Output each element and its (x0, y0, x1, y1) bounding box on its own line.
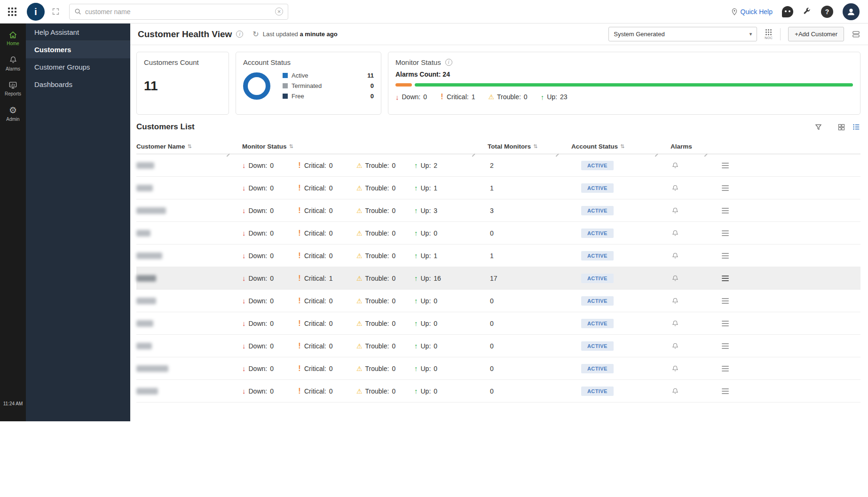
sidebar-item-help-assistant[interactable]: Help Assistant (26, 24, 130, 41)
panel-toggle-icon[interactable] (852, 30, 860, 39)
trouble-warning-icon: ⚠ (356, 387, 363, 395)
list-view-icon[interactable] (852, 123, 860, 131)
alarm-bell-icon[interactable] (671, 342, 679, 350)
trouble-cell: ⚠Trouble:0 (356, 184, 414, 192)
add-customer-button[interactable]: +Add Customer (788, 27, 844, 41)
row-menu-icon[interactable] (722, 388, 729, 394)
sidebar-item-customers[interactable]: Customers (26, 41, 130, 58)
alarm-bell-icon[interactable] (671, 320, 679, 327)
table-row[interactable]: ↓Down:0 !Critical:0 ⚠Trouble:0 ↑Up:0 0 A… (136, 222, 860, 245)
legend-label: Free (292, 93, 367, 100)
view-selector-dropdown[interactable]: System Generated ▾ (608, 27, 757, 41)
info-icon[interactable]: i (236, 31, 243, 38)
column-monitor-status[interactable]: Monitor Status⇅ (242, 139, 488, 154)
rail-item-home[interactable]: Home (0, 31, 26, 46)
account-status-badge: ACTIVE (581, 161, 614, 170)
summary-cards: Customers Count 11 Account Status Active… (130, 45, 868, 115)
alarm-bell-icon[interactable] (671, 184, 679, 192)
down-arrow-icon: ↓ (242, 297, 246, 305)
table-row[interactable]: ↓Down:0 !Critical:0 ⚠Trouble:0 ↑Up:1 1 A… (136, 177, 860, 199)
down-arrow-icon: ↓ (242, 229, 246, 237)
assistant-icon[interactable] (782, 6, 793, 17)
table-row[interactable]: ↓Down:0 !Critical:0 ⚠Trouble:0 ↑Up:3 3 A… (136, 199, 860, 222)
expand-fullscreen-icon[interactable] (52, 8, 60, 16)
total-monitors-value: 17 (488, 275, 571, 282)
rail-item-alarms[interactable]: Alarms (0, 55, 26, 71)
table-row[interactable]: ↓Down:0 !Critical:1 ⚠Trouble:0 ↑Up:16 17… (136, 267, 860, 290)
alarm-bell-icon[interactable] (671, 387, 679, 395)
row-menu-icon[interactable] (722, 276, 729, 281)
refresh-icon[interactable]: ↻ (253, 30, 259, 39)
column-alarms[interactable]: Alarms (671, 139, 720, 154)
alarm-bell-icon[interactable] (671, 252, 679, 260)
row-menu-icon[interactable] (722, 253, 729, 259)
critical-icon: ! (298, 206, 301, 215)
alarm-bell-icon[interactable] (671, 162, 679, 169)
row-menu-icon[interactable] (722, 343, 729, 349)
row-menu-icon[interactable] (722, 185, 729, 191)
noc-view-icon[interactable]: NOC (765, 29, 773, 39)
table-row[interactable]: ↓Down:0 !Critical:0 ⚠Trouble:0 ↑Up:0 0 A… (136, 357, 860, 380)
table-row[interactable]: ↓Down:0 !Critical:0 ⚠Trouble:0 ↑Up:0 0 A… (136, 290, 860, 312)
alarm-bell-icon[interactable] (671, 275, 679, 282)
legend-value: 11 (367, 72, 374, 79)
down-cell: ↓Down:0 (242, 184, 298, 192)
legend-item: Free 0 (283, 93, 374, 100)
account-status-badge: ACTIVE (581, 341, 614, 351)
sidebar-item-customer-groups[interactable]: Customer Groups (26, 58, 130, 76)
sidebar-item-dashboards[interactable]: Dashboards (26, 76, 130, 93)
trouble-warning-icon: ⚠ (356, 275, 363, 282)
left-rail: Home Alarms Reports ⚙ Admin 11:24 AM (0, 24, 26, 421)
rail-item-admin[interactable]: ⚙ Admin (0, 106, 26, 122)
grid-view-icon[interactable] (837, 123, 845, 131)
search-input[interactable] (85, 8, 271, 16)
row-menu-icon[interactable] (722, 321, 729, 326)
trouble-warning-icon: ⚠ (356, 365, 363, 372)
customer-name-blurred (136, 207, 166, 214)
card-title: Account Status (243, 58, 374, 66)
alarm-bell-icon[interactable] (671, 229, 679, 237)
up-cell: ↑Up:1 (414, 252, 488, 260)
user-avatar[interactable] (843, 3, 860, 20)
table-row[interactable]: ↓Down:0 !Critical:0 ⚠Trouble:0 ↑Up:0 0 A… (136, 312, 860, 335)
down-cell: ↓Down:0 (242, 229, 298, 237)
table-row[interactable]: ↓Down:0 !Critical:0 ⚠Trouble:0 ↑Up:2 2 A… (136, 154, 860, 177)
down-arrow-icon: ↓ (242, 252, 246, 260)
up-arrow-icon: ↑ (414, 161, 418, 169)
critical-icon: ! (298, 297, 301, 305)
alarm-bell-icon[interactable] (671, 207, 679, 214)
down-cell: ↓Down:0 (242, 161, 298, 169)
table-row[interactable]: ↓Down:0 !Critical:0 ⚠Trouble:0 ↑Up:0 0 A… (136, 335, 860, 357)
total-monitors-value: 0 (488, 297, 571, 305)
trouble-warning-icon: ⚠ (356, 252, 363, 260)
critical-icon: ! (298, 252, 301, 260)
row-menu-icon[interactable] (722, 208, 729, 213)
wrench-icon[interactable] (803, 7, 812, 16)
app-logo[interactable]: i (27, 3, 45, 21)
rail-item-reports[interactable]: Reports (0, 81, 26, 96)
alarm-bell-icon[interactable] (671, 297, 679, 305)
table-row[interactable]: ↓Down:0 !Critical:0 ⚠Trouble:0 ↑Up:0 0 A… (136, 380, 860, 402)
row-menu-icon[interactable] (722, 163, 729, 168)
column-customer-name[interactable]: Customer Name⇅ (136, 139, 242, 154)
info-icon[interactable]: i (445, 59, 452, 66)
column-total-monitors[interactable]: Total Monitors⇅ (488, 139, 571, 154)
up-cell: ↑Up:0 (414, 297, 488, 305)
reports-icon (8, 81, 17, 89)
row-menu-icon[interactable] (722, 366, 729, 371)
quick-help-link[interactable]: Quick Help (731, 8, 773, 16)
alarms-count: Alarms Count: 24 (395, 71, 853, 78)
quick-help-label: Quick Help (741, 8, 773, 16)
filter-icon[interactable] (814, 123, 822, 131)
column-account-status[interactable]: Account Status⇅ (571, 139, 671, 154)
row-menu-icon[interactable] (722, 298, 729, 304)
legend-color-swatch (283, 83, 288, 88)
trouble-cell: ⚠Trouble:0 (356, 297, 414, 305)
help-icon[interactable]: ? (821, 6, 833, 18)
clear-search-icon[interactable]: × (275, 8, 283, 16)
alarm-bell-icon[interactable] (671, 365, 679, 372)
table-row[interactable]: ↓Down:0 !Critical:0 ⚠Trouble:0 ↑Up:1 1 A… (136, 245, 860, 267)
row-menu-icon[interactable] (722, 230, 729, 236)
customers-count-card: Customers Count 11 (136, 52, 229, 115)
apps-grid-icon[interactable] (8, 8, 16, 16)
